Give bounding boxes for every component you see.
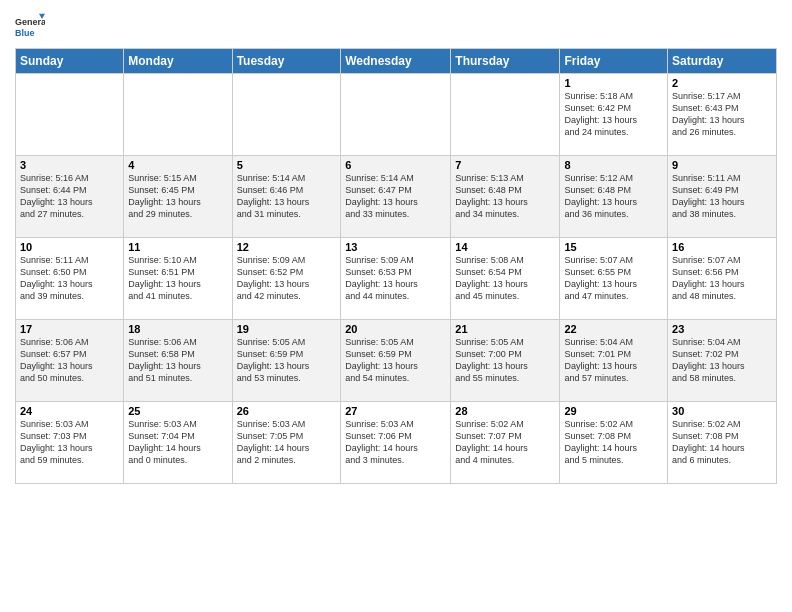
calendar-cell: 28Sunrise: 5:02 AM Sunset: 7:07 PM Dayli…	[451, 402, 560, 484]
day-info: Sunrise: 5:15 AM Sunset: 6:45 PM Dayligh…	[128, 172, 227, 221]
calendar-cell: 20Sunrise: 5:05 AM Sunset: 6:59 PM Dayli…	[341, 320, 451, 402]
calendar-cell	[16, 74, 124, 156]
calendar-cell: 4Sunrise: 5:15 AM Sunset: 6:45 PM Daylig…	[124, 156, 232, 238]
day-number: 10	[20, 241, 119, 253]
calendar-cell	[341, 74, 451, 156]
calendar-cell: 24Sunrise: 5:03 AM Sunset: 7:03 PM Dayli…	[16, 402, 124, 484]
day-info: Sunrise: 5:02 AM Sunset: 7:08 PM Dayligh…	[672, 418, 772, 467]
day-info: Sunrise: 5:02 AM Sunset: 7:07 PM Dayligh…	[455, 418, 555, 467]
weekday-header: Saturday	[668, 49, 777, 74]
day-number: 8	[564, 159, 663, 171]
day-number: 20	[345, 323, 446, 335]
day-number: 23	[672, 323, 772, 335]
calendar-cell: 16Sunrise: 5:07 AM Sunset: 6:56 PM Dayli…	[668, 238, 777, 320]
day-info: Sunrise: 5:03 AM Sunset: 7:06 PM Dayligh…	[345, 418, 446, 467]
weekday-header: Thursday	[451, 49, 560, 74]
day-number: 15	[564, 241, 663, 253]
calendar-cell: 7Sunrise: 5:13 AM Sunset: 6:48 PM Daylig…	[451, 156, 560, 238]
calendar-cell	[124, 74, 232, 156]
week-row: 3Sunrise: 5:16 AM Sunset: 6:44 PM Daylig…	[16, 156, 777, 238]
day-number: 21	[455, 323, 555, 335]
calendar-cell: 1Sunrise: 5:18 AM Sunset: 6:42 PM Daylig…	[560, 74, 668, 156]
day-number: 29	[564, 405, 663, 417]
day-number: 18	[128, 323, 227, 335]
day-number: 12	[237, 241, 337, 253]
calendar-cell: 23Sunrise: 5:04 AM Sunset: 7:02 PM Dayli…	[668, 320, 777, 402]
page-container: General Blue SundayMondayTuesdayWednesda…	[0, 0, 792, 494]
day-info: Sunrise: 5:03 AM Sunset: 7:04 PM Dayligh…	[128, 418, 227, 467]
calendar-cell: 22Sunrise: 5:04 AM Sunset: 7:01 PM Dayli…	[560, 320, 668, 402]
day-number: 6	[345, 159, 446, 171]
day-info: Sunrise: 5:02 AM Sunset: 7:08 PM Dayligh…	[564, 418, 663, 467]
calendar-cell: 11Sunrise: 5:10 AM Sunset: 6:51 PM Dayli…	[124, 238, 232, 320]
logo-icon: General Blue	[15, 10, 45, 40]
weekday-header: Friday	[560, 49, 668, 74]
day-info: Sunrise: 5:12 AM Sunset: 6:48 PM Dayligh…	[564, 172, 663, 221]
calendar-cell: 13Sunrise: 5:09 AM Sunset: 6:53 PM Dayli…	[341, 238, 451, 320]
calendar-cell: 12Sunrise: 5:09 AM Sunset: 6:52 PM Dayli…	[232, 238, 341, 320]
day-info: Sunrise: 5:06 AM Sunset: 6:58 PM Dayligh…	[128, 336, 227, 385]
day-info: Sunrise: 5:04 AM Sunset: 7:01 PM Dayligh…	[564, 336, 663, 385]
day-info: Sunrise: 5:08 AM Sunset: 6:54 PM Dayligh…	[455, 254, 555, 303]
calendar-cell: 29Sunrise: 5:02 AM Sunset: 7:08 PM Dayli…	[560, 402, 668, 484]
svg-text:General: General	[15, 17, 45, 27]
calendar-cell: 15Sunrise: 5:07 AM Sunset: 6:55 PM Dayli…	[560, 238, 668, 320]
calendar-cell: 2Sunrise: 5:17 AM Sunset: 6:43 PM Daylig…	[668, 74, 777, 156]
calendar-cell: 21Sunrise: 5:05 AM Sunset: 7:00 PM Dayli…	[451, 320, 560, 402]
day-number: 19	[237, 323, 337, 335]
day-info: Sunrise: 5:03 AM Sunset: 7:03 PM Dayligh…	[20, 418, 119, 467]
day-number: 5	[237, 159, 337, 171]
calendar-cell: 5Sunrise: 5:14 AM Sunset: 6:46 PM Daylig…	[232, 156, 341, 238]
day-info: Sunrise: 5:06 AM Sunset: 6:57 PM Dayligh…	[20, 336, 119, 385]
day-info: Sunrise: 5:11 AM Sunset: 6:50 PM Dayligh…	[20, 254, 119, 303]
week-row: 24Sunrise: 5:03 AM Sunset: 7:03 PM Dayli…	[16, 402, 777, 484]
day-info: Sunrise: 5:10 AM Sunset: 6:51 PM Dayligh…	[128, 254, 227, 303]
day-info: Sunrise: 5:09 AM Sunset: 6:53 PM Dayligh…	[345, 254, 446, 303]
week-row: 10Sunrise: 5:11 AM Sunset: 6:50 PM Dayli…	[16, 238, 777, 320]
day-number: 30	[672, 405, 772, 417]
calendar-cell: 26Sunrise: 5:03 AM Sunset: 7:05 PM Dayli…	[232, 402, 341, 484]
day-number: 3	[20, 159, 119, 171]
day-number: 13	[345, 241, 446, 253]
calendar-cell: 18Sunrise: 5:06 AM Sunset: 6:58 PM Dayli…	[124, 320, 232, 402]
day-info: Sunrise: 5:07 AM Sunset: 6:56 PM Dayligh…	[672, 254, 772, 303]
day-info: Sunrise: 5:05 AM Sunset: 6:59 PM Dayligh…	[237, 336, 337, 385]
day-number: 1	[564, 77, 663, 89]
calendar-cell: 25Sunrise: 5:03 AM Sunset: 7:04 PM Dayli…	[124, 402, 232, 484]
weekday-header: Wednesday	[341, 49, 451, 74]
day-number: 2	[672, 77, 772, 89]
calendar-cell: 30Sunrise: 5:02 AM Sunset: 7:08 PM Dayli…	[668, 402, 777, 484]
day-number: 7	[455, 159, 555, 171]
calendar-cell: 17Sunrise: 5:06 AM Sunset: 6:57 PM Dayli…	[16, 320, 124, 402]
day-number: 16	[672, 241, 772, 253]
calendar-cell: 6Sunrise: 5:14 AM Sunset: 6:47 PM Daylig…	[341, 156, 451, 238]
day-info: Sunrise: 5:18 AM Sunset: 6:42 PM Dayligh…	[564, 90, 663, 139]
day-info: Sunrise: 5:14 AM Sunset: 6:47 PM Dayligh…	[345, 172, 446, 221]
calendar-cell: 8Sunrise: 5:12 AM Sunset: 6:48 PM Daylig…	[560, 156, 668, 238]
day-info: Sunrise: 5:07 AM Sunset: 6:55 PM Dayligh…	[564, 254, 663, 303]
day-info: Sunrise: 5:03 AM Sunset: 7:05 PM Dayligh…	[237, 418, 337, 467]
calendar-cell: 14Sunrise: 5:08 AM Sunset: 6:54 PM Dayli…	[451, 238, 560, 320]
calendar: SundayMondayTuesdayWednesdayThursdayFrid…	[15, 48, 777, 484]
calendar-cell: 19Sunrise: 5:05 AM Sunset: 6:59 PM Dayli…	[232, 320, 341, 402]
calendar-cell	[232, 74, 341, 156]
weekday-header: Sunday	[16, 49, 124, 74]
day-info: Sunrise: 5:13 AM Sunset: 6:48 PM Dayligh…	[455, 172, 555, 221]
day-number: 28	[455, 405, 555, 417]
calendar-header: SundayMondayTuesdayWednesdayThursdayFrid…	[16, 49, 777, 74]
day-info: Sunrise: 5:11 AM Sunset: 6:49 PM Dayligh…	[672, 172, 772, 221]
logo: General Blue	[15, 10, 49, 40]
day-info: Sunrise: 5:05 AM Sunset: 6:59 PM Dayligh…	[345, 336, 446, 385]
header: General Blue	[15, 10, 777, 40]
calendar-cell: 3Sunrise: 5:16 AM Sunset: 6:44 PM Daylig…	[16, 156, 124, 238]
calendar-cell	[451, 74, 560, 156]
day-number: 27	[345, 405, 446, 417]
day-info: Sunrise: 5:05 AM Sunset: 7:00 PM Dayligh…	[455, 336, 555, 385]
day-number: 14	[455, 241, 555, 253]
day-number: 4	[128, 159, 227, 171]
day-info: Sunrise: 5:16 AM Sunset: 6:44 PM Dayligh…	[20, 172, 119, 221]
day-number: 9	[672, 159, 772, 171]
day-info: Sunrise: 5:04 AM Sunset: 7:02 PM Dayligh…	[672, 336, 772, 385]
weekday-header: Monday	[124, 49, 232, 74]
week-row: 17Sunrise: 5:06 AM Sunset: 6:57 PM Dayli…	[16, 320, 777, 402]
